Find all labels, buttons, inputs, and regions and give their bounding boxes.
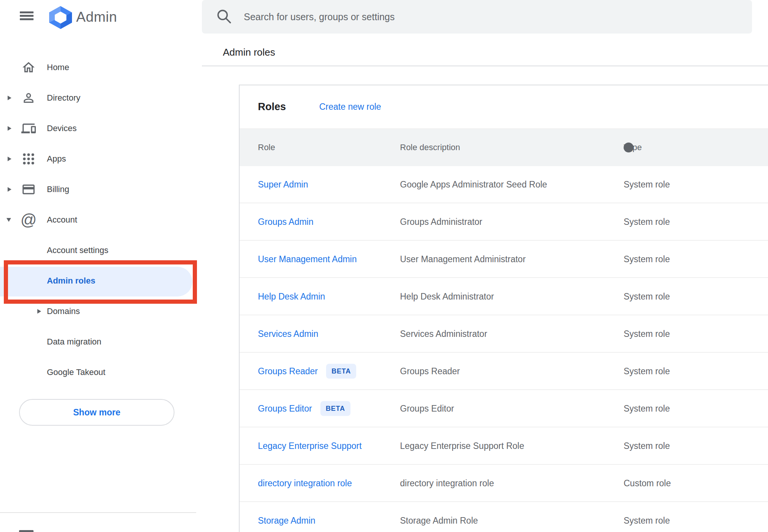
sidebar-item-label: Admin roles: [47, 276, 95, 286]
role-cell: Services Admin: [258, 328, 318, 339]
role-type: System role: [624, 403, 670, 413]
expand-arrow-icon[interactable]: [8, 157, 11, 161]
role-cell: Groups Admin: [258, 216, 314, 227]
home-icon: [21, 60, 36, 75]
sidebar-item-label: Billing: [47, 184, 69, 194]
role-description: Google Apps Administrator Seed Role: [400, 179, 547, 189]
app-title: Admin: [76, 9, 117, 25]
role-type: System role: [624, 328, 670, 339]
role-link[interactable]: Groups Reader: [258, 366, 318, 376]
help-icon[interactable]: ?: [624, 143, 634, 152]
sidebar-item-apps[interactable]: Apps: [0, 144, 202, 174]
role-description: Services Administrator: [400, 328, 487, 339]
role-description: Groups Administrator: [400, 216, 482, 227]
sidebar-item-label: Account settings: [47, 245, 108, 255]
sidebar-item-label: Devices: [47, 123, 77, 133]
sidebar-item-label: Apps: [47, 154, 66, 164]
role-link[interactable]: User Management Admin: [258, 254, 357, 264]
sidebar-item-domains[interactable]: Domains: [0, 296, 202, 327]
menu-icon[interactable]: [20, 11, 34, 21]
role-description: Legacy Enterprise Support Role: [400, 441, 524, 451]
collapse-arrow-icon[interactable]: [6, 218, 11, 222]
sidebar-divider: [0, 512, 196, 513]
table-row: directory integration roledirectory inte…: [240, 465, 768, 502]
table-row: Legacy Enterprise SupportLegacy Enterpri…: [240, 427, 768, 465]
role-type: System role: [624, 179, 670, 189]
sidebar-item-devices[interactable]: Devices: [0, 113, 202, 144]
role-cell: Storage Admin: [258, 515, 315, 526]
role-type: System role: [624, 441, 670, 451]
role-cell: User Management Admin: [258, 254, 357, 264]
expand-arrow-icon[interactable]: [8, 126, 11, 131]
table-row: Groups AdminGroups AdministratorSystem r…: [240, 203, 768, 240]
role-link[interactable]: Super Admin: [258, 179, 308, 189]
table-row: Services AdminServices AdministratorSyst…: [240, 315, 768, 353]
sidebar-item-account[interactable]: @ Account: [0, 205, 202, 235]
role-description: Help Desk Administrator: [400, 291, 494, 301]
cutoff-icon: [19, 530, 34, 532]
page-divider: [202, 66, 768, 66]
role-description: User Management Administrator: [400, 254, 526, 264]
role-link[interactable]: Storage Admin: [258, 515, 315, 526]
devices-icon: [21, 121, 36, 136]
expand-arrow-icon[interactable]: [8, 187, 11, 192]
roles-panel: Roles Create new role Role Role descript…: [239, 85, 768, 532]
role-type: System role: [624, 366, 670, 376]
sidebar-item-data-migration[interactable]: Data migration: [0, 327, 202, 357]
sidebar-item-label: Account: [47, 215, 77, 225]
sidebar-item-google-takeout[interactable]: Google Takeout: [0, 357, 202, 388]
role-cell: Groups ReaderBETA: [258, 364, 356, 378]
table-header-row: Role Role description Type ?: [240, 128, 768, 166]
credit-card-icon: [21, 182, 36, 197]
breadcrumb: Admin roles: [223, 46, 275, 58]
role-link[interactable]: Help Desk Admin: [258, 291, 325, 301]
role-cell: directory integration role: [258, 478, 352, 488]
role-link[interactable]: Services Admin: [258, 328, 318, 339]
expand-arrow-icon[interactable]: [37, 309, 41, 314]
role-link[interactable]: Groups Editor: [258, 403, 312, 413]
show-more-button[interactable]: Show more: [19, 399, 174, 426]
column-header-role: Role: [258, 143, 275, 152]
person-icon: [21, 90, 36, 106]
table-row: Storage AdminStorage Admin RoleSystem ro…: [240, 502, 768, 532]
role-description: Storage Admin Role: [400, 515, 478, 526]
sidebar-item-account-settings[interactable]: Account settings: [0, 235, 202, 266]
search-bar[interactable]: Search for users, groups or settings: [202, 0, 752, 34]
sidebar-item-label: Data migration: [47, 337, 101, 347]
role-type: System role: [624, 291, 670, 301]
sidebar-item-label: Google Takeout: [47, 367, 106, 377]
role-cell: Groups EditorBETA: [258, 401, 350, 416]
role-cell: Super Admin: [258, 179, 308, 189]
column-header-description: Role description: [400, 143, 460, 152]
role-cell: Legacy Enterprise Support: [258, 441, 362, 451]
create-new-role-link[interactable]: Create new role: [319, 85, 381, 128]
role-description: Groups Reader: [400, 366, 460, 376]
sidebar-item-label: Directory: [47, 93, 80, 103]
table-row: User Management AdminUser Management Adm…: [240, 240, 768, 278]
role-cell: Help Desk Admin: [258, 291, 325, 301]
table-row: Groups ReaderBETAGroups ReaderSystem rol…: [240, 353, 768, 390]
admin-console-screen: Admin Home Directory Devices Apps: [0, 0, 768, 532]
role-description: Groups Editor: [400, 403, 454, 413]
expand-arrow-icon[interactable]: [8, 96, 11, 100]
sidebar-item-home[interactable]: Home: [0, 52, 202, 83]
role-link[interactable]: directory integration role: [258, 478, 352, 488]
role-type: Custom role: [624, 478, 671, 488]
search-input[interactable]: Search for users, groups or settings: [244, 0, 395, 34]
sidebar-item-label: Home: [47, 62, 69, 72]
role-type: System role: [624, 515, 670, 526]
table-row: Help Desk AdminHelp Desk AdministratorSy…: [240, 278, 768, 315]
admin-logo-icon: [49, 6, 72, 30]
at-sign-icon: @: [21, 212, 36, 228]
role-description: directory integration role: [400, 478, 494, 488]
sidebar-item-billing[interactable]: Billing: [0, 174, 202, 205]
role-type: System role: [624, 254, 670, 264]
role-link[interactable]: Legacy Enterprise Support: [258, 441, 362, 451]
sidebar-item-label: Domains: [47, 306, 80, 316]
sidebar-item-admin-roles[interactable]: Admin roles: [0, 266, 202, 296]
beta-badge: BETA: [320, 401, 350, 416]
sidebar-item-directory[interactable]: Directory: [0, 83, 202, 113]
table-row: Super AdminGoogle Apps Administrator See…: [240, 166, 768, 203]
beta-badge: BETA: [326, 364, 356, 378]
role-link[interactable]: Groups Admin: [258, 216, 314, 227]
